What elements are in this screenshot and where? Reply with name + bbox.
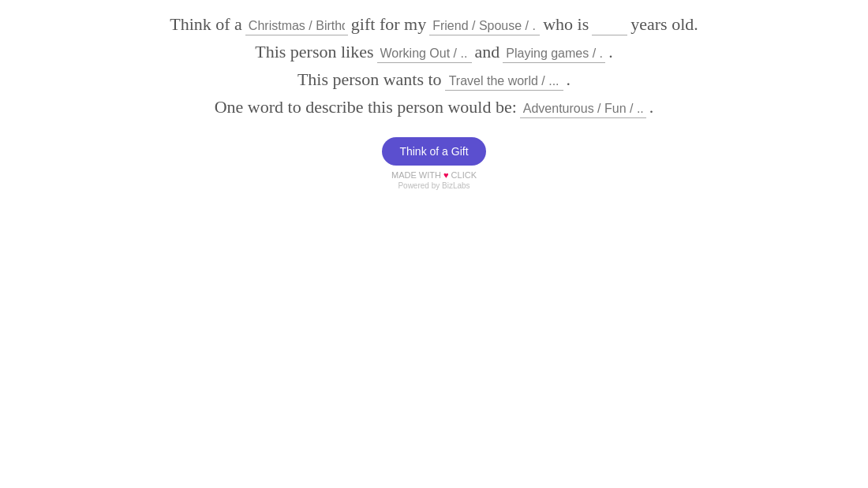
- main-container: Think of a gift for my who is 30 years o…: [0, 0, 868, 190]
- occasion-input[interactable]: [245, 19, 348, 35]
- this-person-likes-text: This person likes: [255, 42, 373, 62]
- describe-input[interactable]: [520, 102, 646, 118]
- likes1-input[interactable]: [377, 47, 472, 63]
- age-input[interactable]: 30: [592, 19, 627, 35]
- years-old-text: years old.: [630, 14, 698, 35]
- line2: This person likes and .: [252, 42, 616, 63]
- footer-brand: Powered by BizLabs: [398, 181, 470, 190]
- think-gift-button[interactable]: Think of a Gift: [382, 137, 485, 166]
- one-word-text: One word to describe this person would b…: [215, 97, 517, 117]
- this-person-wants-to-text: This person wants to: [297, 69, 442, 90]
- line3-period: .: [567, 69, 571, 90]
- line3: This person wants to .: [294, 69, 574, 91]
- think-of-a-text: Think of a: [170, 14, 242, 35]
- and-text: and: [475, 42, 500, 62]
- footer-heart-icon: ♥: [443, 170, 451, 180]
- likes2-input[interactable]: [503, 47, 605, 63]
- footer-made-with: MADE WITH ♥ CLICK: [391, 170, 477, 180]
- line4: One word to describe this person would b…: [211, 97, 657, 118]
- line1: Think of a gift for my who is 30 years o…: [166, 14, 702, 35]
- line2-period: .: [608, 42, 613, 62]
- line4-period: .: [649, 97, 654, 117]
- who-is-text: who is: [543, 14, 589, 35]
- gift-for-my-text: gift for my: [351, 14, 426, 35]
- wants-input[interactable]: [445, 74, 563, 91]
- relation-input[interactable]: [429, 19, 540, 35]
